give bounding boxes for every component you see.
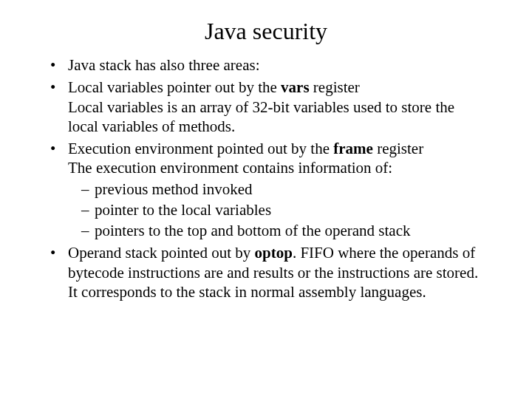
bullet-continuation: The execution environment contains infor… (68, 158, 488, 177)
text-fragment: register (310, 78, 360, 96)
list-item: • Execution environment pointed out by t… (50, 139, 488, 240)
text-fragment: register (373, 140, 423, 157)
bullet-icon: • (50, 78, 55, 97)
slide: Java security • Java stack has also thre… (0, 0, 532, 399)
bold-term: frame (333, 140, 373, 157)
text-fragment: Operand stack pointed out by (68, 244, 255, 262)
bullet-icon: • (50, 139, 55, 158)
list-item: • Local variables pointer out by the var… (50, 78, 488, 136)
bullet-continuation: Local variables is an array of 32-bit va… (68, 98, 488, 137)
page-title: Java security (44, 18, 488, 45)
sub-list-item: pointers to the top and bottom of the op… (81, 221, 488, 240)
sub-text: previous method invoked (95, 180, 252, 198)
sub-text: pointer to the local variables (95, 201, 271, 219)
bold-term: optop (255, 244, 293, 262)
bullet-icon: • (50, 55, 55, 75)
text-fragment: Execution environment pointed out by the (68, 140, 333, 157)
sub-text: pointers to the top and bottom of the op… (95, 222, 411, 239)
bullet-text: Operand stack pointed out by optop. FIFO… (68, 244, 478, 301)
text-fragment: Local variables pointer out by the (68, 78, 281, 96)
bullet-text: Local variables pointer out by the vars … (68, 78, 360, 96)
list-item: • Java stack has also three areas: (50, 55, 488, 75)
bullet-text: Execution environment pointed out by the… (68, 140, 423, 157)
bullet-text: Java stack has also three areas: (68, 56, 259, 74)
bullet-list: • Java stack has also three areas: • Loc… (44, 55, 488, 301)
sub-list-item: previous method invoked (81, 180, 488, 199)
sub-list-item: pointer to the local variables (81, 200, 488, 219)
sub-list: previous method invoked pointer to the l… (68, 180, 488, 241)
bold-term: vars (281, 78, 310, 96)
list-item: • Operand stack pointed out by optop. FI… (50, 243, 488, 301)
bullet-icon: • (50, 243, 55, 262)
